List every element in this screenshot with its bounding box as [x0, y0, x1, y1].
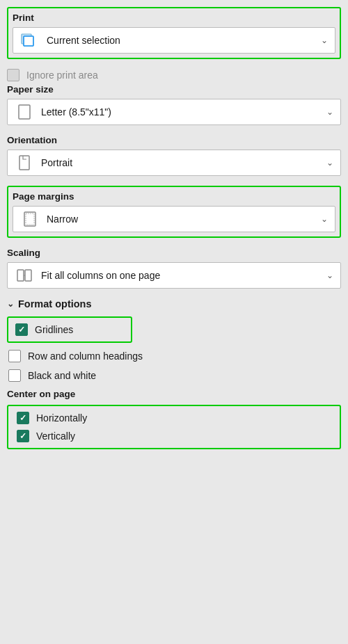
svg-rect-7 [17, 270, 24, 281]
black-and-white-row: Black and white [7, 369, 341, 382]
horizontally-checkbox[interactable] [17, 412, 29, 424]
paper-size-section: Paper size Letter (8.5"x11") ⌄ [7, 84, 341, 125]
row-column-headings-checkbox[interactable] [8, 350, 21, 362]
center-on-page-highlighted-box: Horizontally Vertically [7, 405, 341, 449]
scaling-value: Fit all columns on one page [41, 270, 324, 281]
row-column-headings-row: Row and column headings [7, 350, 341, 362]
current-selection-icon [20, 33, 40, 48]
orientation-section: Orientation Portrait ⌄ [7, 135, 341, 176]
page-margins-dropdown[interactable]: Narrow ⌄ [13, 206, 335, 232]
ignore-print-area-label: Ignore print area [26, 70, 98, 81]
black-and-white-checkbox[interactable] [8, 369, 21, 382]
orientation-label: Orientation [7, 135, 341, 145]
scaling-dropdown[interactable]: Fit all columns on one page ⌄ [7, 262, 341, 289]
svg-rect-4 [19, 156, 29, 170]
gridlines-label: Gridlines [35, 324, 73, 335]
vertically-label: Vertically [36, 430, 75, 442]
ignore-print-area-checkbox[interactable] [7, 69, 19, 81]
gridlines-checkbox[interactable] [15, 323, 28, 336]
paper-size-dropdown[interactable]: Letter (8.5"x11") ⌄ [7, 99, 341, 125]
format-options-label: Format options [18, 298, 92, 309]
center-on-page-label: Center on page [7, 389, 341, 399]
scaling-section: Scaling Fit all columns on one page ⌄ [7, 248, 341, 289]
format-options-section: ⌄ Format options Gridlines Row and colum… [7, 298, 341, 449]
paper-size-chevron-icon: ⌄ [326, 107, 333, 117]
print-dropdown[interactable]: Current selection ⌄ [13, 27, 335, 54]
paper-size-label: Paper size [7, 84, 341, 95]
format-options-expand-icon: ⌄ [7, 299, 14, 309]
page-margins-label: Page margins [13, 191, 335, 202]
ignore-print-area-row: Ignore print area [7, 69, 341, 81]
format-options-header[interactable]: ⌄ Format options [7, 298, 341, 309]
orientation-chevron-icon: ⌄ [326, 158, 333, 168]
orientation-dropdown[interactable]: Portrait ⌄ [7, 150, 341, 176]
center-on-page-container: Center on page Horizontally Vertically [7, 389, 341, 449]
svg-rect-8 [25, 270, 31, 281]
page-margins-section: Page margins Narrow ⌄ [7, 186, 341, 238]
gridlines-highlighted-box: Gridlines [7, 316, 132, 343]
scaling-chevron-icon: ⌄ [326, 271, 333, 280]
orientation-value: Portrait [41, 157, 324, 168]
print-section: Print Current selection ⌄ [7, 7, 341, 59]
black-and-white-label: Black and white [28, 370, 96, 381]
page-margins-value: Narrow [47, 214, 318, 225]
page-margins-icon [20, 211, 40, 227]
orientation-icon [15, 155, 34, 170]
horizontally-label: Horizontally [36, 412, 87, 424]
scaling-icon [15, 268, 34, 283]
svg-rect-5 [24, 212, 35, 226]
print-dropdown-value: Current selection [47, 35, 318, 46]
vertically-checkbox[interactable] [17, 430, 29, 442]
row-column-headings-label: Row and column headings [28, 351, 143, 362]
print-chevron-icon: ⌄ [321, 35, 328, 45]
paper-size-icon [15, 104, 34, 120]
svg-rect-3 [19, 105, 30, 119]
vertically-row: Vertically [15, 430, 333, 442]
horizontally-row: Horizontally [15, 412, 333, 424]
page-margins-chevron-icon: ⌄ [321, 214, 328, 224]
svg-rect-1 [24, 36, 33, 46]
scaling-label: Scaling [7, 248, 341, 258]
print-label: Print [13, 13, 335, 23]
paper-size-value: Letter (8.5"x11") [41, 106, 324, 118]
